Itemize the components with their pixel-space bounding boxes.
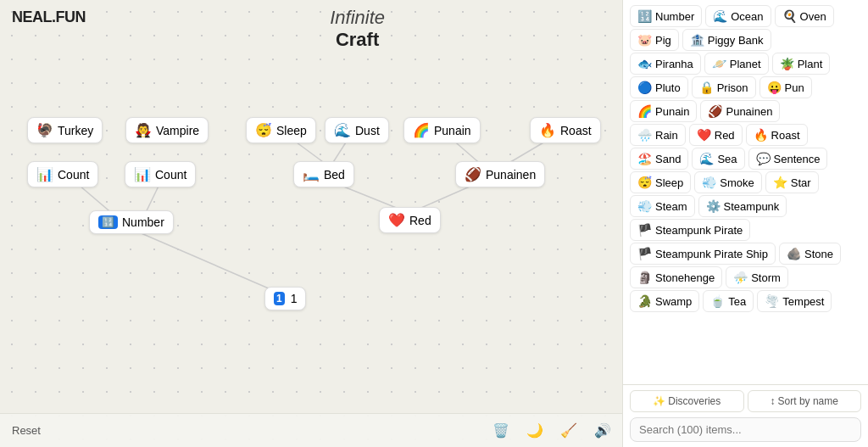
sidebar: 🔢 Number 🌊 Ocean 🍳 Oven 🐷 Pig	[622, 0, 868, 447]
discoveries-tab[interactable]: ✨ Discoveries	[630, 390, 744, 412]
site-logo: NEAL.FUN	[12, 8, 86, 26]
sidebar-item-star[interactable]: ⭐ Star	[765, 171, 819, 193]
sidebar-row: 🏴 Steampunk Pirate	[630, 219, 861, 241]
sidebar-row: 🌧️ Rain ❤️ Red 🔥 Roast	[630, 124, 861, 146]
main-layout: NEAL.FUN Infinite Craft	[0, 0, 868, 447]
sidebar-row: 🐟 Piranha 🪐 Planet 🪴 Plant	[630, 53, 861, 75]
craft-item-one[interactable]: 1 1	[264, 287, 306, 310]
sidebar-item-pluto[interactable]: 🔵 Pluto	[630, 76, 688, 98]
sidebar-row: 🗿 Stonehenge ⛈️ Storm	[630, 266, 861, 288]
sidebar-item-planet[interactable]: 🪐 Planet	[704, 53, 769, 75]
sidebar-item-red[interactable]: ❤️ Red	[689, 124, 743, 146]
craft-item-red[interactable]: ❤️ Red	[379, 207, 441, 233]
craft-item-dust[interactable]: 🌊 Dust	[325, 117, 389, 143]
craft-canvas[interactable]: NEAL.FUN Infinite Craft	[0, 0, 622, 447]
sidebar-item-sentence[interactable]: 💬 Sentence	[748, 148, 828, 170]
night-mode-button[interactable]: 🌙	[526, 422, 543, 439]
bottom-toolbar: Reset 🗑️ 🌙 🧹 🔊	[0, 413, 622, 447]
sidebar-row: 🔢 Number 🌊 Ocean 🍳 Oven	[630, 5, 861, 27]
sidebar-row: 🔵 Pluto 🔒 Prison 😛 Pun	[630, 76, 861, 98]
volume-button[interactable]: 🔊	[594, 422, 611, 439]
craft-item-count1[interactable]: 📊 Count	[27, 161, 98, 187]
sidebar-item-sleep[interactable]: 😴 Sleep	[630, 171, 691, 193]
sidebar-item-swamp[interactable]: 🐊 Swamp	[630, 290, 699, 312]
moon-icon: 🌙	[526, 422, 543, 439]
craft-item-punainen[interactable]: 🏈 Punainen	[455, 161, 545, 187]
svg-line-6	[125, 226, 288, 297]
broom-icon: 🧹	[560, 422, 577, 439]
sidebar-item-stonehenge[interactable]: 🗿 Stonehenge	[630, 266, 722, 288]
sidebar-row: 🏴 Steampunk Pirate Ship 🪨 Stone	[630, 243, 861, 265]
app-title: Infinite Craft	[330, 7, 385, 51]
sidebar-item-oven[interactable]: 🍳 Oven	[775, 5, 834, 27]
craft-item-sleep[interactable]: 😴 Sleep	[246, 117, 316, 143]
sidebar-row: 😴 Sleep 💨 Smoke ⭐ Star	[630, 171, 861, 193]
sort-icon: ↕️	[771, 395, 776, 407]
sidebar-item-pun[interactable]: 😛 Pun	[760, 76, 812, 98]
sidebar-item-ocean[interactable]: 🌊 Ocean	[705, 5, 771, 27]
craft-item-number[interactable]: 🔢 Number	[89, 210, 174, 234]
clear-button[interactable]: 🧹	[560, 422, 577, 439]
trash-button[interactable]: 🗑️	[492, 422, 509, 439]
sidebar-item-steampunk[interactable]: ⚙️ Steampunk	[698, 195, 787, 217]
reset-button[interactable]: Reset	[12, 424, 41, 437]
sidebar-item-smoke[interactable]: 💨 Smoke	[694, 171, 761, 193]
sidebar-item-stone[interactable]: 🪨 Stone	[779, 243, 841, 265]
sidebar-items-list[interactable]: 🔢 Number 🌊 Ocean 🍳 Oven 🐷 Pig	[623, 0, 868, 384]
sidebar-item-number[interactable]: 🔢 Number	[630, 5, 702, 27]
sidebar-row: 💨 Steam ⚙️ Steampunk	[630, 195, 861, 217]
title-line1: Infinite	[330, 7, 385, 29]
sidebar-item-piggy-bank[interactable]: 🏦 Piggy Bank	[682, 29, 771, 51]
sidebar-item-steampunk-pirate-ship[interactable]: 🏴 Steampunk Pirate Ship	[630, 243, 776, 265]
sidebar-item-storm[interactable]: ⛈️ Storm	[726, 266, 788, 288]
sidebar-footer: ✨ Discoveries ↕️ Sort by name	[623, 384, 868, 447]
sidebar-row: 🐊 Swamp 🍵 Tea 🌪️ Tempest	[630, 290, 861, 312]
sidebar-item-tea[interactable]: 🍵 Tea	[703, 290, 754, 312]
sidebar-item-plant[interactable]: 🪴 Plant	[772, 53, 831, 75]
sidebar-item-rain[interactable]: 🌧️ Rain	[630, 124, 686, 146]
craft-item-count2[interactable]: 📊 Count	[125, 161, 196, 187]
sidebar-item-roast[interactable]: 🔥 Roast	[746, 124, 808, 146]
craft-item-vampire[interactable]: 🧛 Vampire	[125, 117, 209, 143]
sidebar-item-prison[interactable]: 🔒 Prison	[692, 76, 756, 98]
sort-by-name-tab[interactable]: ↕️ Sort by name	[748, 390, 862, 412]
sidebar-item-steampunk-pirate[interactable]: 🏴 Steampunk Pirate	[630, 219, 750, 241]
craft-item-turkey[interactable]: 🦃 Turkey	[27, 117, 103, 143]
title-line2: Craft	[330, 29, 385, 51]
search-input[interactable]	[630, 417, 861, 442]
sidebar-row: 🏖️ Sand 🌊 Sea 💬 Sentence	[630, 148, 861, 170]
sidebar-item-piranha[interactable]: 🐟 Piranha	[630, 53, 701, 75]
sidebar-tabs: ✨ Discoveries ↕️ Sort by name	[630, 390, 861, 412]
sidebar-item-punain[interactable]: 🌈 Punain	[630, 100, 697, 122]
craft-item-bed[interactable]: 🛏️ Bed	[293, 161, 354, 187]
trash-icon: 🗑️	[492, 422, 509, 439]
craft-item-punain[interactable]: 🌈 Punain	[403, 117, 481, 143]
discoveries-icon: ✨	[653, 395, 665, 407]
sidebar-row: 🌈 Punain 🏈 Punainen	[630, 100, 861, 122]
sidebar-row: 🐷 Pig 🏦 Piggy Bank	[630, 29, 861, 51]
sidebar-item-punainen[interactable]: 🏈 Punainen	[700, 100, 780, 122]
volume-icon: 🔊	[594, 422, 611, 439]
sidebar-item-sea[interactable]: 🌊 Sea	[692, 148, 744, 170]
sidebar-item-sand[interactable]: 🏖️ Sand	[630, 148, 688, 170]
sidebar-item-tempest[interactable]: 🌪️ Tempest	[757, 290, 832, 312]
craft-item-roast[interactable]: 🔥 Roast	[530, 117, 601, 143]
sidebar-item-pig[interactable]: 🐷 Pig	[630, 29, 679, 51]
sidebar-item-steam[interactable]: 💨 Steam	[630, 195, 695, 217]
